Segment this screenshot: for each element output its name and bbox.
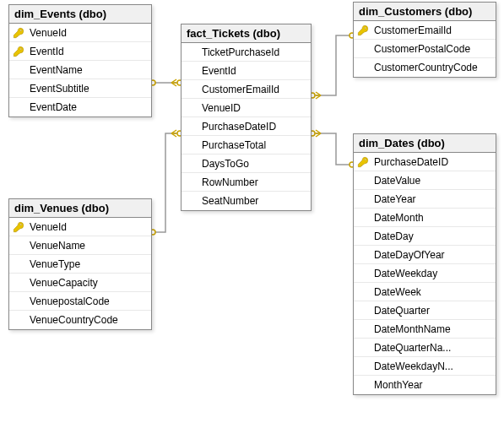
column-name: CustomerCountryCode — [371, 62, 478, 73]
column-row[interactable]: CustomerPostalCode — [354, 40, 496, 58]
column-name: DateValue — [371, 175, 420, 187]
column-row[interactable]: DateWeek — [354, 283, 496, 301]
column-name: DateQuarterNa... — [371, 342, 451, 354]
primary-key-icon — [355, 24, 371, 36]
column-row[interactable]: DateYear — [354, 190, 496, 209]
column-name: DateQuarter — [371, 305, 430, 317]
column-row[interactable]: CustomerEmailId — [182, 80, 311, 99]
column-row[interactable]: VenueId — [9, 218, 151, 236]
primary-key-icon — [11, 27, 26, 39]
column-row[interactable]: VenueID — [182, 99, 311, 117]
column-row[interactable]: VenueCountryCode — [9, 311, 151, 329]
column-name: DateYear — [371, 193, 416, 205]
column-row[interactable]: EventId — [9, 42, 151, 61]
column-name: PurchaseDateID — [198, 121, 276, 133]
column-row[interactable]: DateMonth — [354, 209, 496, 227]
column-row[interactable]: CustomerCountryCode — [354, 58, 496, 77]
column-name: EventId — [26, 46, 64, 57]
table-dim-dates[interactable]: dim_Dates (dbo) PurchaseDateIDDateValueD… — [353, 133, 496, 395]
column-row[interactable]: DateQuarter — [354, 301, 496, 320]
primary-key-icon — [11, 221, 26, 233]
column-name: VenueName — [26, 240, 85, 252]
column-name: DaysToGo — [198, 158, 249, 170]
column-row[interactable]: DateDay — [354, 227, 496, 246]
column-name: VenueId — [26, 27, 67, 39]
column-name: DateWeekday — [371, 268, 437, 279]
column-name: EventName — [26, 64, 83, 76]
column-list: CustomerEmailIdCustomerPostalCodeCustome… — [354, 21, 496, 77]
column-name: VenueID — [198, 102, 241, 114]
column-row[interactable]: TicketPurchaseId — [182, 43, 311, 62]
column-name: PurchaseDateID — [371, 156, 448, 168]
column-name: SeatNumber — [198, 195, 258, 207]
column-row[interactable]: DateQuarterNa... — [354, 339, 496, 357]
table-title: dim_Events (dbo) — [14, 8, 106, 20]
table-header-fact-tickets[interactable]: fact_Tickets (dbo) — [182, 24, 311, 43]
table-header-dim-venues[interactable]: dim_Venues (dbo) — [9, 199, 151, 218]
rel-tickets-events — [150, 79, 182, 86]
column-name: DateMonthName — [371, 323, 451, 335]
column-row[interactable]: VenueCapacity — [9, 274, 151, 292]
column-row[interactable]: VenueName — [9, 236, 151, 255]
column-name: CustomerEmailId — [371, 24, 452, 36]
rel-tickets-dates — [310, 130, 355, 167]
column-row[interactable]: PurchaseDateID — [182, 117, 311, 136]
column-name: VenuepostalCode — [26, 295, 110, 307]
table-title: fact_Tickets (dbo) — [187, 27, 280, 40]
column-name: DateMonth — [371, 212, 424, 224]
column-row[interactable]: MonthYear — [354, 376, 496, 394]
column-name: EventDate — [26, 101, 77, 113]
primary-key-icon — [355, 156, 371, 168]
column-name: DateDayOfYear — [371, 249, 445, 261]
column-name: VenueId — [26, 221, 67, 233]
column-name: TicketPurchaseId — [198, 46, 279, 58]
column-row[interactable]: VenueId — [9, 24, 151, 42]
table-dim-venues[interactable]: dim_Venues (dbo) VenueIdVenueNameVenueTy… — [8, 198, 152, 330]
column-name: DateDay — [371, 230, 414, 242]
table-title: dim_Customers (dbo) — [359, 5, 472, 18]
table-dim-events[interactable]: dim_Events (dbo) VenueIdEventIdEventName… — [8, 4, 152, 117]
column-name: RowNumber — [198, 176, 258, 188]
column-row[interactable]: DateWeekdayN... — [354, 357, 496, 376]
column-name: PurchaseTotal — [198, 139, 266, 151]
column-list: TicketPurchaseIdEventIdCustomerEmailIdVe… — [182, 43, 311, 210]
table-header-dim-events[interactable]: dim_Events (dbo) — [9, 5, 151, 24]
column-name: EventId — [198, 65, 236, 77]
column-row[interactable]: DateValue — [354, 171, 496, 190]
column-row[interactable]: DateMonthName — [354, 320, 496, 339]
table-header-dim-dates[interactable]: dim_Dates (dbo) — [354, 134, 496, 153]
primary-key-icon — [11, 46, 26, 57]
column-name: VenueType — [26, 258, 80, 270]
column-list: PurchaseDateIDDateValueDateYearDateMonth… — [354, 153, 496, 394]
column-name: MonthYear — [371, 379, 423, 391]
column-row[interactable]: VenuepostalCode — [9, 292, 151, 311]
column-row[interactable]: PurchaseTotal — [182, 136, 311, 154]
column-row[interactable]: DateDayOfYear — [354, 246, 496, 264]
column-list: VenueIdEventIdEventNameEventSubtitleEven… — [9, 24, 151, 117]
column-row[interactable]: DaysToGo — [182, 154, 311, 173]
column-row[interactable]: PurchaseDateID — [354, 153, 496, 171]
column-row[interactable]: SeatNumber — [182, 192, 311, 210]
table-title: dim_Venues (dbo) — [14, 202, 109, 214]
rel-tickets-customers — [310, 33, 355, 99]
column-row[interactable]: EventSubtitle — [9, 79, 151, 98]
column-row[interactable]: EventDate — [9, 98, 151, 117]
column-name: DateWeek — [371, 286, 421, 298]
column-row[interactable]: RowNumber — [182, 173, 311, 192]
column-row[interactable]: VenueType — [9, 255, 151, 274]
column-row[interactable]: DateWeekday — [354, 264, 496, 283]
column-name: VenueCountryCode — [26, 314, 118, 326]
rel-tickets-venues — [150, 130, 182, 235]
table-fact-tickets[interactable]: fact_Tickets (dbo) TicketPurchaseIdEvent… — [181, 24, 312, 211]
column-row[interactable]: EventId — [182, 62, 311, 80]
column-name: EventSubtitle — [26, 83, 89, 95]
column-name: CustomerEmailId — [198, 84, 279, 95]
column-row[interactable]: EventName — [9, 61, 151, 79]
column-list: VenueIdVenueNameVenueTypeVenueCapacityVe… — [9, 218, 151, 329]
table-header-dim-customers[interactable]: dim_Customers (dbo) — [354, 3, 496, 21]
table-dim-customers[interactable]: dim_Customers (dbo) CustomerEmailIdCusto… — [353, 2, 496, 78]
column-name: VenueCapacity — [26, 277, 98, 289]
column-name: CustomerPostalCode — [371, 43, 470, 55]
column-row[interactable]: CustomerEmailId — [354, 21, 496, 40]
column-name: DateWeekdayN... — [371, 360, 453, 372]
